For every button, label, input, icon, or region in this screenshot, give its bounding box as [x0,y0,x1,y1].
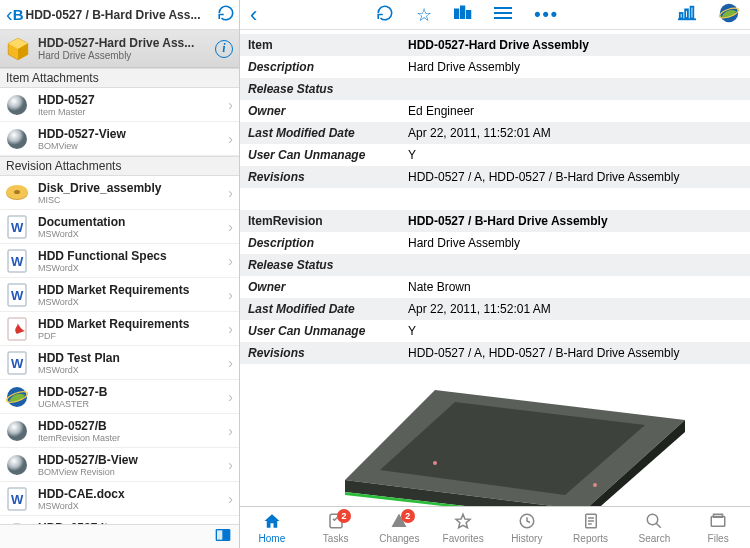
list-item[interactable]: HDD-0527-ViewBOMView› [0,122,239,156]
tab-label: Reports [573,533,608,544]
table-header-key: ItemRevision [240,210,400,232]
section-header: Item Attachments [0,68,239,88]
tab-files[interactable]: Files [686,507,750,548]
list-item[interactable]: WDocumentationMSWordX› [0,210,239,244]
home-icon [262,512,282,532]
list-icon[interactable] [494,6,512,24]
refresh-icon[interactable] [376,4,394,26]
tab-history[interactable]: History [495,507,559,548]
table-row: Last Modified DateApr 22, 2011, 11:52:01… [240,298,750,320]
sidebar-header: ‹ B HDD-0527 / B-Hard Drive Ass... [0,0,239,30]
tab-label: History [511,533,542,544]
info-icon[interactable]: i [215,40,233,58]
chevron-right-icon: › [228,355,233,371]
chevron-right-icon: › [228,253,233,269]
active-item-text: HDD-0527-Hard Drive Ass... Hard Drive As… [38,36,215,61]
tab-reports[interactable]: Reports [559,507,623,548]
list-item[interactable]: HDD-0527-BUGMASTER› [0,380,239,414]
item-title: HDD Market Requirements [38,317,228,331]
tab-label: Search [639,533,671,544]
list-item[interactable]: WHDD Functional SpecsMSWordX› [0,244,239,278]
svg-rect-29 [680,13,683,18]
row-key: Revisions [240,342,400,364]
sphere-icon [4,452,30,478]
chevron-right-icon: › [228,491,233,507]
svg-rect-23 [454,8,459,19]
sidebar: ‹ B HDD-0527 / B-Hard Drive Ass... HDD-0… [0,0,240,548]
svg-rect-30 [685,9,688,18]
item-title: Disk_Drive_assembly [38,181,228,195]
chart-icon[interactable] [678,5,696,25]
tab-changes[interactable]: 2Changes [368,507,432,548]
row-key: Release Status [240,78,400,100]
list-item[interactable]: WHDD Test PlanMSWordX› [0,346,239,380]
item-subtitle: UGMASTER [38,399,228,409]
svg-point-17 [7,455,27,475]
item-title: HDD-0527-B [38,385,228,399]
row-val: Ed Engineer [400,100,750,122]
item-title: HDD-0527/B-View [38,453,228,467]
chevron-right-icon: › [228,389,233,405]
list-item[interactable]: HDD-0527/BItemRevision Master› [0,414,239,448]
tab-home[interactable]: Home [240,507,304,548]
badge: 2 [337,509,351,523]
list-item[interactable]: Disk_Drive_assemblyMISC› [0,176,239,210]
table-row: Release Status [240,78,750,100]
item-title: Documentation [38,215,228,229]
back-prefix[interactable]: B [13,6,24,23]
table-row: Release Status [240,254,750,276]
chevron-right-icon: › [228,97,233,113]
item-subtitle: MSWordX [38,297,228,307]
list-item[interactable]: HDD-0527/B-ViewBOMView Revision› [0,448,239,482]
content-pane: ‹ ☆ ••• ItemHDD-0527-Hard Drive Assembly… [240,0,750,548]
row-val: Y [400,320,750,342]
row-val: Apr 22, 2011, 11:52:01 AM [400,298,750,320]
tab-tasks[interactable]: 2Tasks [304,507,368,548]
content-toolbar: ‹ ☆ ••• [240,0,750,30]
cube-icon [4,35,32,63]
globe-logo-icon[interactable] [718,2,740,28]
section-header: Revision Attachments [0,156,239,176]
svg-point-40 [433,461,437,465]
list-item[interactable]: WHDD Market RequirementsMSWordX› [0,278,239,312]
item-title: HDD Test Plan [38,351,228,365]
sidebar-active-item[interactable]: HDD-0527-Hard Drive Ass... Hard Drive As… [0,30,239,68]
row-val: Hard Drive Assembly [400,56,750,78]
sphere-icon [4,418,30,444]
item-subtitle: BOMView [38,141,228,151]
list-item[interactable]: HDD_0527.jtDirectModel› [0,516,239,524]
active-item-title: HDD-0527-Hard Drive Ass... [38,36,215,50]
table-header-key: Item [240,34,400,56]
list-item[interactable]: WHDD-CAE.docxMSWordX› [0,482,239,516]
expand-icon[interactable] [215,528,231,546]
active-item-subtitle: Hard Drive Assembly [38,50,215,61]
word-icon: W [4,248,30,274]
list-item[interactable]: HDD Market RequirementsPDF› [0,312,239,346]
globe-icon [4,384,30,410]
row-key: Owner [240,100,400,122]
tab-search[interactable]: Search [623,507,687,548]
row-key: User Can Unmanage [240,144,400,166]
word-icon: W [4,486,30,512]
chevron-right-icon: › [228,423,233,439]
chevron-right-icon: › [228,185,233,201]
tab-favorites[interactable]: Favorites [431,507,495,548]
panels-icon[interactable] [454,5,472,25]
table-row: User Can UnmanageY [240,144,750,166]
chevron-right-icon: › [228,131,233,147]
item-subtitle: Item Master [38,107,228,117]
3d-viewer[interactable] [240,364,750,506]
item-subtitle: BOMView Revision [38,467,228,477]
table-row: DescriptionHard Drive Assembly [240,232,750,254]
row-key: Revisions [240,166,400,188]
row-val: Y [400,144,750,166]
refresh-icon[interactable] [217,4,235,26]
list-item[interactable]: HDD-0527Item Master› [0,88,239,122]
row-val: Hard Drive Assembly [400,232,750,254]
row-val: HDD-0527 / A, HDD-0527 / B-Hard Drive As… [400,166,750,188]
star-icon[interactable]: ☆ [416,4,432,26]
sidebar-list[interactable]: Item AttachmentsHDD-0527Item Master›HDD-… [0,68,239,524]
item-title: HDD Market Requirements [38,283,228,297]
content-back-icon[interactable]: ‹ [250,2,257,28]
more-icon[interactable]: ••• [534,4,559,25]
